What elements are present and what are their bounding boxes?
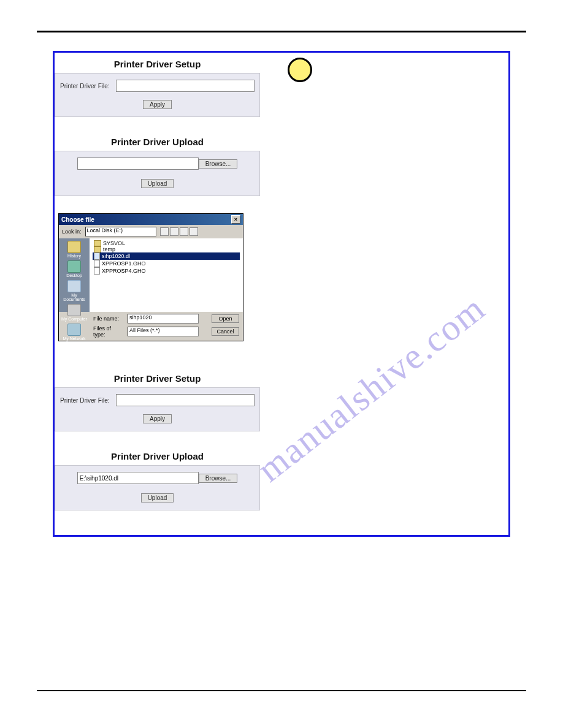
folder-icon	[94, 246, 101, 252]
network-icon	[67, 324, 81, 336]
sidebar-computer[interactable]: My Computer	[61, 304, 87, 321]
sidebar-network[interactable]: My Network P...	[61, 324, 87, 345]
upload2-form: Browse... Upload	[55, 465, 260, 510]
file-icon	[94, 260, 100, 267]
filetype-label: Files of type:	[93, 325, 124, 338]
setup1-apply-button[interactable]: Apply	[143, 100, 172, 109]
new-folder-icon[interactable]	[180, 227, 188, 236]
list-item[interactable]: temp	[93, 246, 240, 252]
list-item[interactable]: SYSVOL	[93, 240, 240, 246]
list-item[interactable]: XPPROSP1.GHO	[93, 260, 240, 267]
upload1-file-input[interactable]	[77, 157, 199, 170]
setup2-driver-file-input[interactable]	[116, 394, 255, 406]
setup1-form: Printer Driver File: Apply	[55, 73, 260, 117]
setup1-label: Printer Driver File:	[60, 83, 110, 89]
dialog-title: Choose file	[61, 216, 94, 223]
sidebar-documents[interactable]: My Documents	[61, 280, 87, 301]
back-icon[interactable]	[160, 227, 169, 236]
dialog-titlebar: Choose file ×	[59, 214, 243, 225]
cancel-button[interactable]: Cancel	[212, 327, 239, 336]
folder-icon	[94, 240, 101, 246]
content-column: Printer Driver Setup Printer Driver File…	[55, 53, 260, 535]
dialog-sidebar: History Desktop My Documents My Com	[59, 238, 90, 312]
dialog-toolbar: Look in: Local Disk (E:)	[59, 225, 243, 238]
history-icon	[67, 241, 81, 253]
filetype-dropdown[interactable]: All Files (*.*)	[128, 327, 199, 336]
sidebar-history[interactable]: History	[61, 241, 87, 258]
setup2-form: Printer Driver File: Apply	[55, 387, 260, 431]
main-blue-frame: Printer Driver Setup Printer Driver File…	[53, 51, 510, 537]
choose-file-dialog: Choose file × Look in: Local Disk (E:)	[58, 213, 243, 341]
lookin-dropdown[interactable]: Local Disk (E:)	[85, 227, 156, 237]
upload1-form: Browse... Upload	[55, 151, 260, 196]
setup2-title: Printer Driver Setup	[55, 367, 260, 387]
page-top-rule	[37, 31, 526, 32]
file-list[interactable]: SYSVOL temp sihp1020.dl XPPROSP1.GHO XPP…	[90, 238, 243, 312]
list-item-selected[interactable]: sihp1020.dl	[93, 252, 240, 260]
file-icon	[94, 267, 100, 275]
documents-icon	[67, 280, 81, 292]
lookin-label: Look in:	[62, 229, 82, 235]
dialog-nav-icons	[160, 227, 198, 236]
upload2-browse-button[interactable]: Browse...	[199, 474, 238, 483]
sidebar-desktop[interactable]: Desktop	[61, 260, 87, 278]
page-bottom-rule	[37, 690, 526, 691]
desktop-icon	[67, 260, 81, 273]
open-button[interactable]: Open	[212, 314, 239, 323]
list-item[interactable]: XPPROSP4.GHO	[93, 267, 240, 275]
callout-circle-icon	[288, 58, 312, 82]
setup1-title: Printer Driver Setup	[55, 53, 260, 73]
up-icon[interactable]	[170, 227, 178, 236]
upload1-upload-button[interactable]: Upload	[141, 179, 174, 188]
file-icon	[94, 252, 100, 260]
upload2-file-input[interactable]	[77, 472, 199, 484]
upload1-title: Printer Driver Upload	[55, 131, 260, 151]
filename-label: File name:	[93, 316, 124, 322]
dialog-close-button[interactable]: ×	[231, 215, 240, 224]
upload2-upload-button[interactable]: Upload	[141, 493, 174, 502]
filename-input[interactable]: sihp1020	[128, 314, 199, 324]
upload2-title: Printer Driver Upload	[55, 445, 260, 465]
upload1-browse-button[interactable]: Browse...	[199, 159, 238, 169]
setup2-apply-button[interactable]: Apply	[143, 414, 172, 423]
setup2-label: Printer Driver File:	[60, 397, 110, 404]
computer-icon	[67, 304, 81, 316]
setup1-driver-file-input[interactable]	[116, 80, 255, 92]
views-icon[interactable]	[190, 227, 198, 236]
